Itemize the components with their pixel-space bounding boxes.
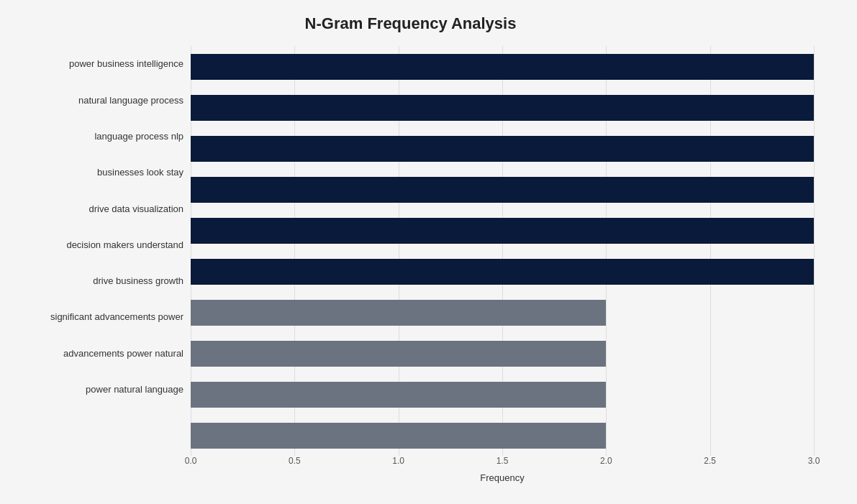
y-label-2: language process nlp <box>94 119 183 155</box>
plot-area: 0.00.51.01.52.02.53.0 Frequency <box>191 46 814 435</box>
x-tick: 1.0 <box>392 456 404 466</box>
bar-2 <box>191 136 814 162</box>
bar-5 <box>191 259 814 285</box>
bar-6 <box>191 300 606 326</box>
bar-7 <box>191 341 606 367</box>
bar-row-7 <box>191 333 814 374</box>
x-axis: 0.00.51.01.52.02.53.0 Frequency <box>191 456 814 483</box>
y-label-1: natural language process <box>78 82 183 118</box>
chart-area: power business intelligencenatural langu… <box>7 46 814 435</box>
y-label-7: significant advancements power <box>50 299 183 335</box>
bar-row-8 <box>191 374 814 415</box>
bar-row-3 <box>191 169 814 210</box>
chart-title: N-Gram Frequency Analysis <box>7 14 814 33</box>
bar-row-2 <box>191 128 814 169</box>
bar-3 <box>191 177 814 203</box>
x-tick: 0.5 <box>289 456 301 466</box>
y-label-8: advancements power natural <box>63 335 183 371</box>
bar-row-4 <box>191 210 814 251</box>
bar-row-1 <box>191 87 814 128</box>
grid-line <box>814 46 815 456</box>
y-label-9: power natural language <box>86 372 183 408</box>
x-tick: 3.0 <box>808 456 820 466</box>
y-label-6: drive business growth <box>93 263 183 299</box>
bar-row-5 <box>191 251 814 292</box>
bar-row-0 <box>191 46 814 87</box>
chart-container: N-Gram Frequency Analysis power business… <box>0 0 857 504</box>
x-ticks: 0.00.51.01.52.02.53.0 <box>191 456 814 469</box>
y-axis: power business intelligencenatural langu… <box>7 46 191 435</box>
bar-8 <box>191 382 606 408</box>
y-label-0: power business intelligence <box>69 46 183 82</box>
bar-row-6 <box>191 292 814 333</box>
bar-9 <box>191 423 606 449</box>
bar-4 <box>191 218 814 244</box>
x-tick: 2.0 <box>600 456 612 466</box>
bars-wrapper <box>191 46 814 456</box>
y-label-3: businesses look stay <box>97 155 183 191</box>
x-axis-label: Frequency <box>191 472 814 483</box>
x-tick: 0.0 <box>185 456 197 466</box>
y-label-5: decision makers understand <box>66 226 183 262</box>
bar-row-9 <box>191 415 814 456</box>
x-tick: 2.5 <box>704 456 716 466</box>
y-label-4: drive data visualization <box>89 191 183 226</box>
x-tick: 1.5 <box>496 456 509 466</box>
bar-1 <box>191 95 814 121</box>
bar-0 <box>191 54 814 80</box>
